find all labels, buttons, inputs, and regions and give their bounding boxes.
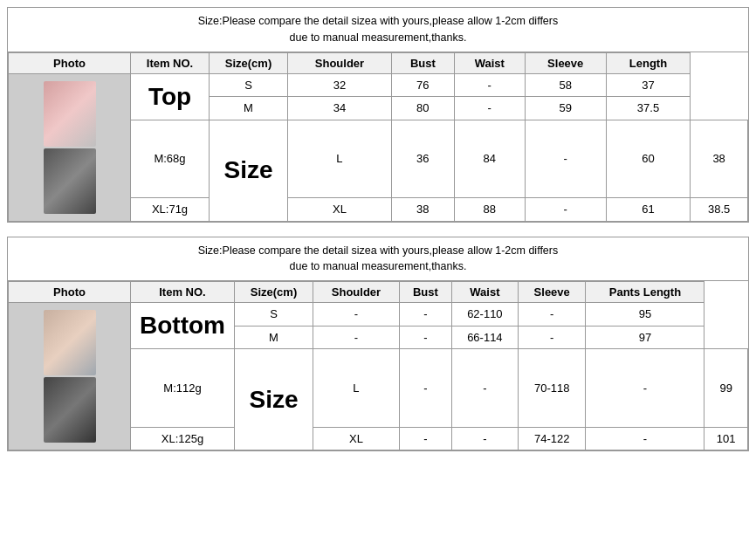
bottom-row3-size: XL [313, 427, 399, 450]
top-row1-bust: 80 [391, 97, 454, 120]
top-row2-item-no: M:68g [131, 120, 210, 198]
top-size-table: Photo Item NO. Size(cm) Shoulder Bust Wa… [8, 52, 748, 222]
top-header-photo: Photo [9, 52, 131, 73]
bottom-header-pants-length: Pants Length [586, 282, 704, 303]
bottom-row0-pants-length: 95 [586, 303, 704, 326]
bottom-row3-waist: 74-122 [519, 427, 586, 450]
top-header-length: Length [606, 52, 691, 73]
top-photos [14, 78, 125, 217]
bottom-row0-size: S [234, 303, 313, 326]
bottom-row2-waist: 70-118 [519, 349, 586, 428]
top-row3-size: XL [288, 198, 392, 222]
top-row0-sleeve: 58 [525, 73, 606, 97]
bottom-row3-sleeve: - [586, 427, 704, 450]
bottom-header-sleeve: Sleeve [519, 282, 586, 303]
bottom-header-size-cm: Size(cm) [234, 282, 313, 303]
top-row0-waist: - [454, 73, 525, 97]
top-row1-length: 37.5 [606, 97, 691, 120]
bottom-row1-waist: 66-114 [451, 326, 518, 349]
top-row0-shoulder: 32 [288, 73, 392, 97]
top-row2-waist: - [525, 120, 606, 198]
bottom-header-photo: Photo [9, 282, 131, 303]
top-row2-sleeve: 60 [606, 120, 691, 198]
top-row3-bust: 88 [454, 198, 525, 222]
top-row2-shoulder: 36 [391, 120, 454, 198]
bottom-header-waist: Waist [451, 282, 518, 303]
top-header-item-no: Item NO. [131, 52, 210, 73]
bottom-row2-size: L [313, 349, 399, 428]
bottom-row0-sleeve: - [519, 303, 586, 326]
bottom-size-label-bottom: Size [234, 349, 313, 450]
bottom-row0-shoulder: - [313, 303, 399, 326]
top-notice: Size:Please compare the detail sizea wit… [8, 8, 748, 52]
bottom-row1-shoulder: - [313, 326, 399, 349]
table-row: Bottom S - - 62-110 - 95 [9, 303, 748, 326]
top-photo-dark [44, 148, 96, 214]
bottom-row3-shoulder: - [399, 427, 451, 450]
top-row1-sleeve: 59 [525, 97, 606, 120]
bottom-notice: Size:Please compare the detail sizea wit… [8, 237, 748, 282]
bottom-row1-size: M [234, 326, 313, 349]
top-row0-length: 37 [606, 73, 691, 97]
bottom-row0-bust: - [399, 303, 451, 326]
bottom-row2-item-no: M:112g [131, 349, 235, 428]
bottom-header-bust: Bust [399, 282, 451, 303]
bottom-photo-light [44, 310, 96, 375]
top-row2-bust: 84 [454, 120, 525, 198]
bottom-size-table: Photo Item NO. Size(cm) Shoulder Bust Wa… [8, 281, 748, 450]
bottom-row0-waist: 62-110 [451, 303, 518, 326]
bottom-row2-bust: - [451, 349, 518, 428]
top-row0-bust: 76 [391, 73, 454, 97]
top-header-bust: Bust [391, 52, 454, 73]
top-row1-size: M [210, 97, 288, 120]
top-size-label-top: Top [131, 73, 210, 120]
table-row: Top S 32 76 - 58 37 [9, 73, 748, 97]
bottom-row1-bust: - [399, 326, 451, 349]
top-header-sleeve: Sleeve [525, 52, 606, 73]
bottom-row3-item-no: XL:125g [131, 427, 235, 450]
bottom-row3-bust: - [451, 427, 518, 450]
bottom-photos [14, 306, 125, 446]
top-header-shoulder: Shoulder [288, 52, 392, 73]
top-photo-light [44, 81, 96, 147]
bottom-row1-pants-length: 97 [586, 326, 704, 349]
bottom-row2-sleeve: - [586, 349, 704, 428]
top-row3-length: 38.5 [691, 198, 748, 222]
top-row2-length: 38 [691, 120, 748, 198]
bottom-row2-shoulder: - [399, 349, 451, 428]
bottom-size-table-wrapper: Size:Please compare the detail sizea wit… [7, 237, 749, 452]
top-row3-item-no: XL:71g [131, 198, 210, 222]
bottom-photo-cell [9, 303, 131, 450]
top-row0-size: S [210, 73, 288, 97]
bottom-photo-dark [44, 377, 96, 443]
top-size-table-wrapper: Size:Please compare the detail sizea wit… [7, 7, 749, 223]
bottom-row2-pants-length: 99 [704, 349, 748, 428]
top-header-size-cm: Size(cm) [210, 52, 288, 73]
top-row1-waist: - [454, 97, 525, 120]
bottom-row1-sleeve: - [519, 326, 586, 349]
top-row3-shoulder: 38 [391, 198, 454, 222]
top-header-waist: Waist [454, 52, 525, 73]
bottom-row3-pants-length: 101 [704, 427, 748, 450]
bottom-size-label-top: Bottom [131, 303, 235, 349]
bottom-header-item-no: Item NO. [131, 282, 235, 303]
top-row1-shoulder: 34 [288, 97, 392, 120]
top-row3-waist: - [525, 198, 606, 222]
bottom-header-shoulder: Shoulder [313, 282, 399, 303]
top-row3-sleeve: 61 [606, 198, 691, 222]
top-photo-cell [9, 73, 131, 221]
top-size-label-bottom: Size [210, 120, 288, 221]
top-row2-size: L [288, 120, 392, 198]
